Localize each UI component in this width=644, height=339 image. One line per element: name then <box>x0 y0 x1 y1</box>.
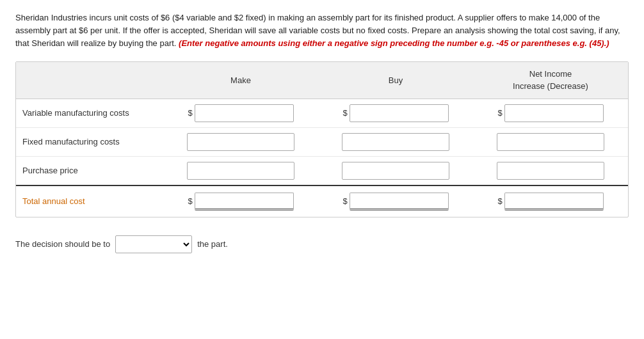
make-purchase-input[interactable] <box>187 162 294 180</box>
label-variable: Variable manufacturing costs <box>16 99 163 127</box>
make-variable-dollar: $ <box>188 108 192 118</box>
make-purchase-cell <box>163 156 318 185</box>
decision-label-before: The decision should be to <box>15 239 110 249</box>
net-fixed-input[interactable] <box>497 133 604 151</box>
buy-fixed-input[interactable] <box>342 133 449 151</box>
page-container: Sheridan Industries incurs unit costs of… <box>0 0 644 269</box>
buy-total-wrapper: $ <box>342 193 448 210</box>
buy-total-dollar: $ <box>342 196 347 206</box>
buy-purchase-cell <box>318 156 473 185</box>
table-row-variable: Variable manufacturing costs $ $ <box>16 99 628 127</box>
analysis-table-container: Make Buy Net Income Increase (Decrease) … <box>15 61 629 217</box>
make-variable-input[interactable] <box>195 104 294 122</box>
make-fixed-cell <box>163 127 318 156</box>
buy-purchase-input[interactable] <box>342 162 449 180</box>
net-purchase-input[interactable] <box>497 162 604 180</box>
label-purchase: Purchase price <box>16 156 163 185</box>
table-row-purchase: Purchase price <box>16 156 628 185</box>
net-total-input[interactable] <box>504 193 604 210</box>
make-fixed-input[interactable] <box>187 133 294 151</box>
header-net-income-col: Net Income Increase (Decrease) <box>473 62 628 99</box>
make-total-cell: $ <box>163 185 318 217</box>
make-variable-cell: $ <box>163 99 318 127</box>
buy-total-cell: $ <box>318 185 473 217</box>
make-variable-wrapper: $ <box>188 104 293 122</box>
buy-total-input[interactable] <box>350 193 449 210</box>
header-make-col: Make <box>163 62 318 99</box>
header-buy-col: Buy <box>318 62 473 99</box>
net-variable-input[interactable] <box>504 104 604 122</box>
buy-variable-cell: $ <box>318 99 473 127</box>
header-label-col <box>16 62 163 99</box>
make-total-input[interactable] <box>195 193 294 210</box>
decision-select[interactable]: make buy <box>115 235 192 253</box>
net-purchase-cell <box>473 156 628 185</box>
intro-text-red: (Enter negative amounts using either a n… <box>179 38 609 48</box>
analysis-table: Make Buy Net Income Increase (Decrease) … <box>16 62 628 216</box>
net-total-dollar: $ <box>497 196 502 206</box>
decision-label-after: the part. <box>197 239 228 249</box>
table-row-fixed: Fixed manufacturing costs <box>16 127 628 156</box>
buy-fixed-cell <box>318 127 473 156</box>
buy-variable-wrapper: $ <box>342 104 448 122</box>
make-total-dollar: $ <box>188 196 192 206</box>
label-total: Total annual cost <box>16 185 163 217</box>
make-total-wrapper: $ <box>188 193 293 210</box>
net-variable-cell: $ <box>473 99 628 127</box>
table-header-row: Make Buy Net Income Increase (Decrease) <box>16 62 628 99</box>
net-total-cell: $ <box>473 185 628 217</box>
buy-variable-dollar: $ <box>342 108 347 118</box>
buy-variable-input[interactable] <box>350 104 449 122</box>
label-fixed: Fixed manufacturing costs <box>16 127 163 156</box>
net-variable-wrapper: $ <box>497 104 603 122</box>
decision-row: The decision should be to make buy the p… <box>15 232 629 257</box>
table-row-total: Total annual cost $ $ <box>16 185 628 217</box>
net-total-wrapper: $ <box>497 193 603 210</box>
net-variable-dollar: $ <box>497 108 502 118</box>
net-fixed-cell <box>473 127 628 156</box>
intro-paragraph: Sheridan Industries incurs unit costs of… <box>15 12 629 50</box>
